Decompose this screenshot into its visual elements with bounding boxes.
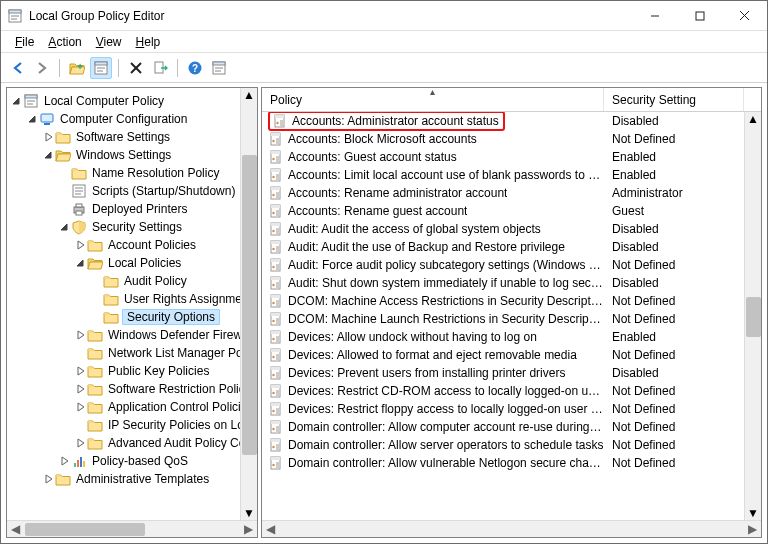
policy-row[interactable]: Accounts: Rename guest account Guest: [262, 202, 744, 220]
policy-row[interactable]: Accounts: Limit local account use of bla…: [262, 166, 744, 184]
tree-account-policies[interactable]: Account Policies: [7, 236, 240, 254]
policy-setting: Not Defined: [604, 312, 744, 326]
policy-row[interactable]: Devices: Allowed to format and eject rem…: [262, 346, 744, 364]
tree-twister-icon[interactable]: [43, 131, 55, 143]
menu-help[interactable]: Help: [130, 35, 167, 49]
policy-row[interactable]: Audit: Audit the access of global system…: [262, 220, 744, 238]
tree-ip-security[interactable]: IP Security Policies on Local Computer: [7, 416, 240, 434]
tree-label: User Rights Assignment: [122, 292, 240, 306]
list-hscrollbar[interactable]: ◀▶: [262, 520, 761, 537]
tree-vscrollbar[interactable]: ▲▼: [240, 88, 257, 520]
nav-forward-button[interactable]: [31, 57, 53, 79]
tree-hscrollbar[interactable]: ◀▶: [7, 520, 257, 537]
app-icon: [7, 8, 23, 24]
policy-name: Accounts: Rename administrator account: [288, 186, 507, 200]
tree-twister-icon[interactable]: [75, 401, 87, 413]
tree-user-rights[interactable]: User Rights Assignment: [7, 290, 240, 308]
policy-row[interactable]: Audit: Force audit policy subcategory se…: [262, 256, 744, 274]
properties-button[interactable]: [208, 57, 230, 79]
tree-label: Administrative Templates: [74, 472, 211, 486]
policy-row[interactable]: Devices: Restrict floppy access to local…: [262, 400, 744, 418]
tree-public-key-policies[interactable]: Public Key Policies: [7, 362, 240, 380]
policy-row[interactable]: Accounts: Administrator account status D…: [262, 112, 744, 130]
column-security-setting[interactable]: Security Setting: [604, 88, 744, 111]
menu-view[interactable]: View: [90, 35, 128, 49]
tree-deployed-printers[interactable]: Deployed Printers: [7, 200, 240, 218]
tree-admin-templates[interactable]: Administrative Templates: [7, 470, 240, 488]
policy-name: Audit: Audit the use of Backup and Resto…: [288, 240, 565, 254]
tree-twister-icon[interactable]: [75, 437, 87, 449]
policy-row[interactable]: Devices: Allow undock without having to …: [262, 328, 744, 346]
tree-twister-icon[interactable]: [75, 383, 87, 395]
policy-row[interactable]: Audit: Audit the use of Backup and Resto…: [262, 238, 744, 256]
folder-icon: [55, 471, 71, 487]
policy-row[interactable]: Accounts: Rename administrator account A…: [262, 184, 744, 202]
tree-twister-icon[interactable]: [59, 221, 71, 233]
tree-software-settings[interactable]: Software Settings: [7, 128, 240, 146]
tree-twister-icon[interactable]: [59, 455, 71, 467]
policy-row[interactable]: Audit: Shut down system immediately if u…: [262, 274, 744, 292]
delete-button[interactable]: [125, 57, 147, 79]
policy-name: Domain controller: Allow computer accoun…: [288, 420, 604, 434]
computer-icon: [39, 111, 55, 127]
up-one-level-button[interactable]: [66, 57, 88, 79]
tree-label: Network List Manager Policies: [106, 346, 240, 360]
policy-row[interactable]: Domain controller: Allow computer accoun…: [262, 418, 744, 436]
tree-twister-icon[interactable]: [75, 239, 87, 251]
tree-twister-icon[interactable]: [43, 149, 55, 161]
tree-advanced-audit[interactable]: Advanced Audit Policy Configuration: [7, 434, 240, 452]
tree-twister-icon[interactable]: [75, 257, 87, 269]
tree-security-settings[interactable]: Security Settings: [7, 218, 240, 236]
show-hide-tree-button[interactable]: [90, 57, 112, 79]
tree-twister-icon[interactable]: [75, 329, 87, 341]
policy-row[interactable]: Domain controller: Allow server operator…: [262, 436, 744, 454]
policy-row[interactable]: Accounts: Guest account status Enabled: [262, 148, 744, 166]
policy-setting: Not Defined: [604, 258, 744, 272]
policy-row[interactable]: Devices: Prevent users from installing p…: [262, 364, 744, 382]
tree-name-resolution-policy[interactable]: Name Resolution Policy: [7, 164, 240, 182]
policy-setting: Not Defined: [604, 348, 744, 362]
policy-tree[interactable]: Local Computer Policy Computer Configura…: [7, 88, 240, 520]
policy-name: Accounts: Rename guest account: [288, 204, 467, 218]
export-list-button[interactable]: [149, 57, 171, 79]
tree-network-list-manager[interactable]: Network List Manager Policies: [7, 344, 240, 362]
nav-back-button[interactable]: [7, 57, 29, 79]
policy-row[interactable]: Devices: Restrict CD-ROM access to local…: [262, 382, 744, 400]
close-button[interactable]: [722, 1, 767, 30]
tree-twister-icon[interactable]: [43, 473, 55, 485]
tree-local-policies[interactable]: Local Policies: [7, 254, 240, 272]
tree-scripts[interactable]: Scripts (Startup/Shutdown): [7, 182, 240, 200]
policy-setting: Not Defined: [604, 384, 744, 398]
policy-item-icon: [268, 167, 284, 183]
maximize-button[interactable]: [677, 1, 722, 30]
policy-row[interactable]: Domain controller: Allow vulnerable Netl…: [262, 454, 744, 472]
tree-windows-firewall[interactable]: Windows Defender Firewall with Advanced …: [7, 326, 240, 344]
menu-action[interactable]: Action: [42, 35, 87, 49]
mmc-icon: [23, 93, 39, 109]
help-button[interactable]: [184, 57, 206, 79]
tree-twister-icon[interactable]: [75, 365, 87, 377]
tree-root[interactable]: Local Computer Policy: [7, 92, 240, 110]
tree-security-options[interactable]: Security Options: [7, 308, 240, 326]
list-vscrollbar[interactable]: ▲▼: [744, 112, 761, 520]
folder-icon: [103, 291, 119, 307]
minimize-button[interactable]: [632, 1, 677, 30]
policy-row[interactable]: DCOM: Machine Access Restrictions in Sec…: [262, 292, 744, 310]
policy-row[interactable]: DCOM: Machine Launch Restrictions in Sec…: [262, 310, 744, 328]
column-policy[interactable]: Policy ▴: [262, 88, 604, 111]
policy-name: Devices: Restrict floppy access to local…: [288, 402, 604, 416]
tree-application-control[interactable]: Application Control Policies: [7, 398, 240, 416]
policy-list[interactable]: Accounts: Administrator account status D…: [262, 112, 744, 520]
tree-twister-icon[interactable]: [11, 95, 23, 107]
tree-software-restriction[interactable]: Software Restriction Policies: [7, 380, 240, 398]
policy-item-icon: [268, 347, 284, 363]
policy-row[interactable]: Accounts: Block Microsoft accounts Not D…: [262, 130, 744, 148]
tree-computer-configuration[interactable]: Computer Configuration: [7, 110, 240, 128]
menu-file[interactable]: File: [9, 35, 40, 49]
tree-label: IP Security Policies on Local Computer: [106, 418, 240, 432]
tree-twister-icon[interactable]: [27, 113, 39, 125]
tree-label: Audit Policy: [122, 274, 189, 288]
tree-policy-qos[interactable]: Policy-based QoS: [7, 452, 240, 470]
tree-windows-settings[interactable]: Windows Settings: [7, 146, 240, 164]
tree-audit-policy[interactable]: Audit Policy: [7, 272, 240, 290]
